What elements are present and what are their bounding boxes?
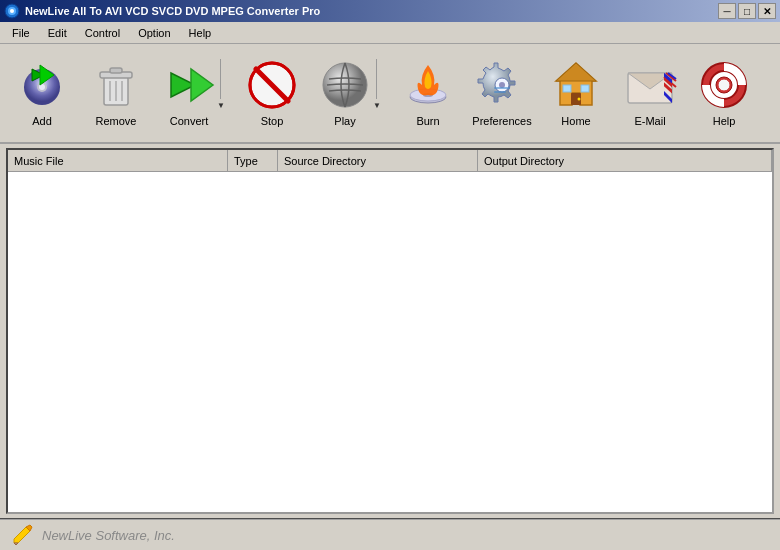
svg-marker-50 [14, 527, 30, 543]
svg-point-31 [578, 98, 581, 101]
file-list: Music File Type Source Directory Output … [6, 148, 774, 514]
remove-label: Remove [96, 115, 137, 127]
title-text: NewLive All To AVI VCD SVCD DVD MPEG Con… [25, 5, 320, 17]
svg-marker-16 [191, 69, 213, 101]
svg-rect-32 [563, 85, 571, 92]
email-icon [624, 59, 676, 111]
menu-help[interactable]: Help [181, 25, 220, 41]
app-icon [4, 3, 20, 19]
menu-file[interactable]: File [4, 25, 38, 41]
col-source-dir: Source Directory [278, 150, 478, 171]
add-button[interactable]: Add [6, 51, 78, 136]
help-button[interactable]: Help [688, 51, 760, 136]
col-type: Type [228, 150, 278, 171]
title-bar: NewLive All To AVI VCD SVCD DVD MPEG Con… [0, 0, 780, 22]
minimize-button[interactable]: ─ [718, 3, 736, 19]
maximize-button[interactable]: □ [738, 3, 756, 19]
burn-label: Burn [416, 115, 439, 127]
convert-icon [163, 59, 215, 111]
burn-icon [402, 59, 454, 111]
convert-label: Convert [170, 115, 209, 127]
close-button[interactable]: ✕ [758, 3, 776, 19]
toolbar: Add Remove [0, 44, 780, 144]
file-list-header: Music File Type Source Directory Output … [8, 150, 772, 172]
col-output-dir: Output Directory [478, 150, 772, 171]
menu-edit[interactable]: Edit [40, 25, 75, 41]
svg-rect-33 [581, 85, 589, 92]
play-icon [319, 59, 371, 111]
title-bar-left: NewLive All To AVI VCD SVCD DVD MPEG Con… [4, 3, 320, 19]
home-icon [550, 59, 602, 111]
stop-icon [246, 59, 298, 111]
svg-rect-27 [494, 91, 506, 93]
play-dropdown[interactable]: ▼ [373, 59, 381, 110]
title-buttons: ─ □ ✕ [718, 3, 776, 19]
menu-bar: File Edit Control Option Help [0, 22, 780, 44]
svg-marker-29 [556, 63, 596, 81]
svg-rect-26 [494, 87, 510, 89]
convert-dropdown[interactable]: ▼ [217, 59, 225, 110]
preferences-button[interactable]: Preferences [466, 51, 538, 136]
preferences-icon [476, 59, 528, 111]
main-area: Add Remove [0, 44, 780, 550]
pencil-icon [10, 523, 34, 547]
status-bar: NewLive Software, Inc. [0, 518, 780, 550]
menu-option[interactable]: Option [130, 25, 178, 41]
email-button[interactable]: E-Mail [614, 51, 686, 136]
stop-button[interactable]: Stop [236, 51, 308, 136]
company-name: NewLive Software, Inc. [42, 528, 175, 543]
email-label: E-Mail [634, 115, 665, 127]
play-button[interactable]: Play ▼ [310, 51, 390, 136]
preferences-label: Preferences [472, 115, 531, 127]
remove-icon [90, 59, 142, 111]
menu-control[interactable]: Control [77, 25, 128, 41]
svg-point-2 [10, 9, 14, 13]
home-button[interactable]: Home [540, 51, 612, 136]
play-label: Play [334, 115, 355, 127]
home-label: Home [561, 115, 590, 127]
convert-button[interactable]: Convert ▼ [154, 51, 234, 136]
add-icon [16, 59, 68, 111]
col-music-file: Music File [8, 150, 228, 171]
stop-label: Stop [261, 115, 284, 127]
svg-point-49 [718, 79, 730, 91]
svg-rect-11 [110, 68, 122, 73]
help-icon [698, 59, 750, 111]
file-list-body [8, 172, 772, 512]
svg-marker-52 [14, 543, 18, 545]
add-label: Add [32, 115, 52, 127]
remove-button[interactable]: Remove [80, 51, 152, 136]
burn-button[interactable]: Burn [392, 51, 464, 136]
help-label: Help [713, 115, 736, 127]
